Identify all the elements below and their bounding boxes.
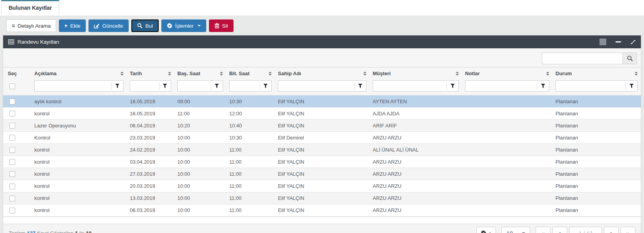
column-header-notlar[interactable]: Notlar — [462, 67, 552, 80]
expand-icon[interactable] — [630, 39, 636, 45]
cell-sahip-adi: Elif YALÇIN — [275, 168, 370, 180]
filter-box-notlar — [465, 80, 549, 92]
table-row[interactable]: kontrol24.02.201910:0011:00Elif YALÇINAL… — [3, 144, 641, 156]
row-select-cell — [3, 192, 31, 204]
select-all-checkbox[interactable] — [9, 83, 15, 89]
row-checkbox[interactable] — [9, 171, 15, 177]
table-row[interactable]: kontrol13.03.201910:0011:00Elif YALÇINAR… — [3, 192, 641, 204]
table-row[interactable]: Kontrol23.03.201910:0010:30Elif DemirelA… — [3, 132, 641, 144]
cell-aciklama: aylık kontrol — [31, 95, 127, 108]
cell-bas-saat: 10:00 — [174, 156, 226, 168]
column-header-durum[interactable]: Durum — [552, 67, 641, 80]
table-body: aylık kontrol16.05.201909:0010:30Elif YA… — [3, 95, 641, 217]
add-button[interactable]: + Ekle — [59, 19, 86, 32]
row-checkbox[interactable] — [9, 184, 15, 189]
funnel-icon[interactable] — [358, 84, 363, 88]
columns-toggle-icon[interactable] — [600, 39, 606, 45]
filter-box-durum — [556, 80, 638, 92]
filter-input-bas-saat[interactable] — [178, 81, 211, 91]
filter-cell-tarih — [127, 79, 174, 95]
table-row[interactable]: kontrol27.03.201910:0011:00Elif YALÇINAR… — [3, 168, 641, 180]
row-checkbox[interactable] — [9, 135, 15, 141]
minimize-icon[interactable] — [616, 41, 621, 42]
pagination-controls: 10 « ‹ 1 / 13 › » — [476, 227, 635, 233]
cell-durum: Planlanan — [552, 156, 641, 168]
cell-durum: Planlanan — [552, 168, 641, 180]
sort-icon[interactable] — [363, 72, 366, 76]
funnel-icon[interactable] — [115, 84, 120, 88]
column-header-musteri[interactable]: Müşteri — [370, 67, 462, 80]
filter-separator — [446, 82, 447, 90]
cell-bas-saat: 10:00 — [174, 144, 226, 156]
cell-notlar — [462, 95, 552, 108]
row-checkbox[interactable] — [9, 111, 15, 116]
sort-icon[interactable] — [546, 72, 549, 76]
update-button[interactable]: Güncelle — [88, 19, 128, 32]
cell-tarih: 20.03.2019 — [127, 180, 174, 192]
sort-icon[interactable] — [220, 72, 223, 76]
global-search-button[interactable] — [623, 53, 637, 64]
sort-icon[interactable] — [120, 72, 124, 76]
column-header-bas-saat[interactable]: Baş. Saat — [174, 67, 226, 80]
sort-icon[interactable] — [168, 72, 171, 76]
filter-input-musteri[interactable] — [373, 81, 446, 91]
global-search-input[interactable] — [542, 53, 623, 64]
filter-input-bit-saat[interactable] — [230, 81, 260, 91]
table-grid-icon — [8, 39, 14, 44]
last-page-button[interactable]: » — [621, 227, 635, 233]
filter-input-durum[interactable] — [556, 81, 625, 91]
cell-aciklama: kontrol — [31, 144, 127, 156]
table-row[interactable]: aylık kontrol16.05.201909:0010:30Elif YA… — [3, 95, 641, 108]
previous-page-button[interactable]: ‹ — [552, 227, 567, 233]
filter-input-notlar[interactable] — [465, 81, 537, 91]
row-checkbox[interactable] — [9, 208, 15, 214]
table-row[interactable]: kontrol03.04.201910:0011:00Elif YALÇINAR… — [3, 156, 641, 168]
column-header-aciklama[interactable]: Açıklama — [31, 67, 127, 80]
funnel-icon[interactable] — [263, 84, 268, 88]
row-checkbox[interactable] — [9, 147, 15, 153]
detailed-search-button[interactable]: ≡ Detaylı Arama — [6, 19, 56, 32]
sort-icon[interactable] — [456, 72, 459, 76]
find-button[interactable]: Bul — [131, 19, 159, 32]
table-row[interactable]: kontrol20.03.201910:0011:00Elif YALÇINAR… — [3, 180, 641, 192]
row-select-cell — [3, 156, 31, 168]
toolbar: ≡ Detaylı Arama + Ekle Güncelle Bul — [0, 16, 644, 35]
operations-button[interactable]: İşlemler — [161, 19, 206, 32]
row-checkbox[interactable] — [9, 159, 15, 165]
funnel-icon[interactable] — [163, 84, 167, 88]
records-table: SeçAçıklamaTarihBaş. SaatBit. SaatSahip … — [3, 67, 641, 217]
filter-input-tarih[interactable] — [130, 81, 159, 91]
cell-bit-saat: 11:00 — [226, 156, 275, 168]
next-page-button[interactable]: › — [604, 227, 619, 233]
cell-aciklama: kontrol — [31, 156, 127, 168]
sort-icon[interactable] — [269, 72, 272, 76]
filter-input-aciklama[interactable] — [35, 81, 111, 91]
delete-button[interactable]: Sil — [209, 19, 234, 32]
funnel-icon[interactable] — [214, 84, 219, 88]
funnel-icon[interactable] — [541, 84, 545, 88]
sort-icon[interactable] — [635, 72, 638, 76]
grid-settings-button[interactable] — [476, 227, 496, 233]
row-checkbox[interactable] — [9, 196, 15, 201]
column-header-sahip-adi[interactable]: Sahip Adı — [275, 67, 370, 80]
summary-from: 1 — [75, 230, 78, 233]
table-row[interactable]: Lazer Operasyonu06.04.201910:2010:40Elif… — [3, 120, 641, 132]
first-page-button[interactable]: « — [536, 227, 550, 233]
cell-aciklama: kontrol — [31, 180, 127, 192]
column-header-tarih[interactable]: Tarih — [127, 67, 174, 80]
filter-input-sahip-adi[interactable] — [278, 81, 354, 91]
page-size-select[interactable]: 10 — [501, 227, 530, 233]
cell-notlar — [462, 132, 552, 144]
update-label: Güncelle — [102, 23, 123, 29]
tab-bulunan-kayitlar[interactable]: Bulunan Kayıtlar — [1, 0, 59, 15]
table-row[interactable]: kontrol06.03.201910:0011:00Elif YALÇINAR… — [3, 204, 641, 216]
table-row[interactable]: kontrol16.05.201911:0012:00Elif YALÇINAJ… — [3, 108, 641, 120]
funnel-icon[interactable] — [450, 84, 455, 88]
funnel-icon[interactable] — [629, 84, 634, 88]
cell-durum: Planlanan — [552, 204, 641, 216]
row-checkbox[interactable] — [9, 123, 15, 129]
row-checkbox[interactable] — [9, 99, 15, 104]
column-header-bit-saat[interactable]: Bit. Saat — [226, 67, 275, 80]
cell-bit-saat: 10:30 — [226, 95, 275, 108]
filter-box-tarih — [130, 80, 171, 92]
